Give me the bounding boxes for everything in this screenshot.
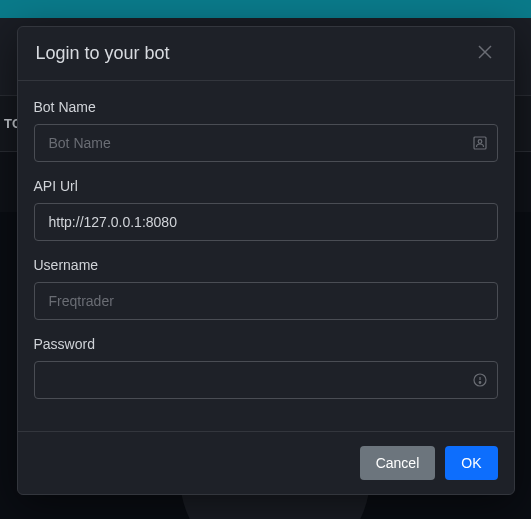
- cancel-button[interactable]: Cancel: [360, 446, 436, 480]
- close-button[interactable]: [474, 41, 496, 66]
- modal-overlay: Login to your bot Bot Name: [0, 0, 531, 519]
- api-url-group: API Url: [34, 178, 498, 241]
- username-input[interactable]: [34, 282, 498, 320]
- modal-body: Bot Name API Url: [18, 81, 514, 431]
- api-url-label: API Url: [34, 178, 498, 194]
- bot-name-group: Bot Name: [34, 99, 498, 162]
- toggle-password-icon[interactable]: [472, 372, 488, 388]
- username-group: Username: [34, 257, 498, 320]
- bot-name-label: Bot Name: [34, 99, 498, 115]
- svg-point-5: [479, 382, 481, 384]
- password-input[interactable]: [34, 361, 498, 399]
- api-url-input[interactable]: [34, 203, 498, 241]
- username-label: Username: [34, 257, 498, 273]
- modal-title: Login to your bot: [36, 43, 170, 64]
- bot-name-wrapper: [34, 124, 498, 162]
- api-url-wrapper: [34, 203, 498, 241]
- modal-footer: Cancel OK: [18, 431, 514, 494]
- username-wrapper: [34, 282, 498, 320]
- bot-name-input[interactable]: [34, 124, 498, 162]
- password-label: Password: [34, 336, 498, 352]
- login-modal: Login to your bot Bot Name: [17, 26, 515, 495]
- modal-header: Login to your bot: [18, 27, 514, 81]
- password-group: Password: [34, 336, 498, 399]
- ok-button[interactable]: OK: [445, 446, 497, 480]
- password-wrapper: [34, 361, 498, 399]
- close-icon: [478, 45, 492, 62]
